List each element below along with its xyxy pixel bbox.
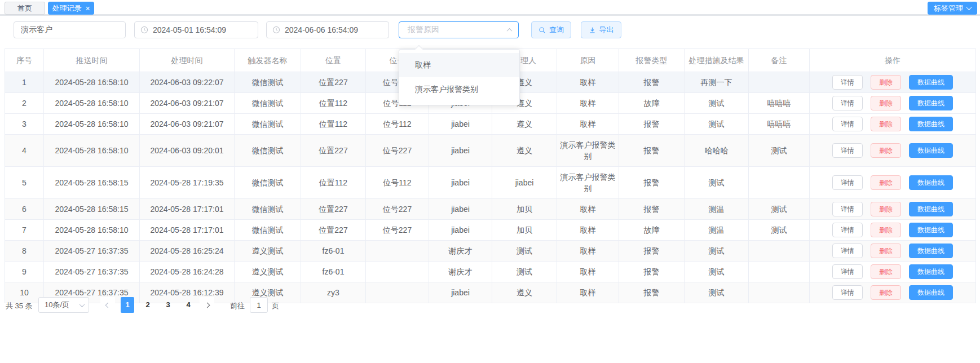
cell-location: 位置227 xyxy=(301,220,366,241)
cell-alarm-type: 报警 xyxy=(619,114,685,135)
delete-button[interactable]: 删除 xyxy=(871,75,901,90)
cell-location: 位置227 xyxy=(301,135,366,167)
cell-tag-no: 位号227 xyxy=(366,135,429,167)
cell-measure: 测温 xyxy=(685,199,749,220)
cell-alarm-type: 报警 xyxy=(619,241,685,262)
prev-page-button[interactable] xyxy=(100,297,115,313)
close-icon[interactable]: × xyxy=(85,5,90,12)
tag-manage-button[interactable]: 标签管理 xyxy=(928,2,977,15)
cell-reason: 演示客户报警类别 xyxy=(557,167,619,199)
table-row: 62024-05-28 16:58:152024-05-28 17:17:01微… xyxy=(5,199,976,220)
cell-remark: 嘻嘻嘻 xyxy=(749,114,810,135)
page-number-4[interactable]: 4 xyxy=(182,297,195,313)
processing-records-page: 首页 处理记录 × 标签管理 2024-05-01 16:54:09 2024-… xyxy=(0,0,980,363)
page-size-select[interactable]: 10条/页 xyxy=(38,297,89,313)
cell-handle-time: 2024-05-28 16:24:28 xyxy=(140,262,235,282)
delete-button[interactable]: 删除 xyxy=(871,143,901,158)
column-header-actions: 操作 xyxy=(810,49,976,72)
cell-tag-no: 位号112 xyxy=(366,114,429,135)
dropdown-option[interactable]: 取样 xyxy=(399,53,519,77)
cell-remark: 测试 xyxy=(749,135,810,167)
cell-actions: 详情删除数据曲线 xyxy=(810,135,976,167)
end-date-picker[interactable]: 2024-06-06 16:54:09 xyxy=(266,21,389,38)
alarm-reason-placeholder: 报警原因 xyxy=(408,25,507,35)
detail-button[interactable]: 详情 xyxy=(832,202,863,216)
alarm-reason-select[interactable]: 报警原因 xyxy=(399,21,519,38)
cell-location: 位置112 xyxy=(301,114,366,135)
tag-manage-label: 标签管理 xyxy=(934,3,963,14)
cell-handler: jiabei xyxy=(492,167,557,199)
cell-push-time: 2024-05-28 16:58:10 xyxy=(44,72,140,93)
goto-page-input[interactable] xyxy=(250,297,268,313)
data-curve-button[interactable]: 数据曲线 xyxy=(909,75,953,90)
delete-button[interactable]: 删除 xyxy=(871,264,901,279)
export-button[interactable]: 导出 xyxy=(581,21,621,38)
pagination-bar: 共 35 条 10条/页 1234 前往 页 xyxy=(0,296,980,315)
detail-button[interactable]: 详情 xyxy=(832,223,863,237)
cell-index: 5 xyxy=(5,167,44,199)
cell-alarm-type: 报警 xyxy=(619,72,685,93)
data-curve-button[interactable]: 数据曲线 xyxy=(909,117,953,131)
dropdown-option[interactable]: 演示客户报警类别 xyxy=(399,77,519,101)
cell-remark: 嘻嘻嘻 xyxy=(749,93,810,114)
page-number-1[interactable]: 1 xyxy=(121,297,134,313)
search-icon xyxy=(538,26,546,34)
table-row: 52024-05-28 16:58:152024-05-28 17:19:35微… xyxy=(5,167,976,199)
cell-tag-no xyxy=(366,241,429,262)
table-row: 72024-05-28 16:58:102024-05-28 17:17:01微… xyxy=(5,220,976,241)
query-button[interactable]: 查询 xyxy=(531,21,571,38)
cell-trigger-name: 微信测试 xyxy=(235,114,301,135)
detail-button[interactable]: 详情 xyxy=(832,175,863,190)
data-curve-button[interactable]: 数据曲线 xyxy=(909,244,953,258)
delete-button[interactable]: 删除 xyxy=(871,223,901,237)
cell-remark xyxy=(749,241,810,262)
data-curve-button[interactable]: 数据曲线 xyxy=(909,96,953,110)
delete-button[interactable]: 删除 xyxy=(871,175,901,190)
cell-push-time: 2024-05-28 16:58:15 xyxy=(44,167,140,199)
goto-label: 前往 xyxy=(230,301,245,311)
detail-button[interactable]: 详情 xyxy=(832,96,863,110)
cell-reason: 取样 xyxy=(557,241,619,262)
page-number-2[interactable]: 2 xyxy=(141,297,154,313)
data-curve-button[interactable]: 数据曲线 xyxy=(909,223,953,237)
detail-button[interactable]: 详情 xyxy=(832,264,863,279)
cell-remark xyxy=(749,72,810,93)
cell-push-time: 2024-05-27 16:37:35 xyxy=(44,241,140,262)
cell-trigger-name: 微信测试 xyxy=(235,220,301,241)
detail-button[interactable]: 详情 xyxy=(832,244,863,258)
detail-button[interactable]: 详情 xyxy=(832,117,863,131)
cell-remark: 测试 xyxy=(749,199,810,220)
cell-handle-time: 2024-05-28 17:17:01 xyxy=(140,199,235,220)
page-number-3[interactable]: 3 xyxy=(161,297,175,313)
cell-reporter: 谢庆才 xyxy=(429,262,492,282)
cell-handle-time: 2024-05-28 16:25:24 xyxy=(140,241,235,262)
data-curve-button[interactable]: 数据曲线 xyxy=(909,143,953,158)
detail-button[interactable]: 详情 xyxy=(832,75,863,90)
cell-handler: 测试 xyxy=(492,262,557,282)
delete-button[interactable]: 删除 xyxy=(871,117,901,131)
cell-tag-no: 位号112 xyxy=(366,167,429,199)
table-row: 92024-05-27 16:37:352024-05-28 16:24:28遵… xyxy=(5,262,976,282)
data-curve-button[interactable]: 数据曲线 xyxy=(909,175,953,190)
cell-push-time: 2024-05-28 16:58:15 xyxy=(44,199,140,220)
delete-button[interactable]: 删除 xyxy=(871,96,901,110)
delete-button[interactable]: 删除 xyxy=(871,244,901,258)
cell-tag-no: 位号227 xyxy=(366,199,429,220)
chevron-up-icon xyxy=(507,28,513,33)
data-curve-button[interactable]: 数据曲线 xyxy=(909,202,953,216)
table-row: 42024-05-28 16:58:102024-06-03 09:20:01微… xyxy=(5,135,976,167)
tab-home[interactable]: 首页 xyxy=(5,2,45,15)
data-curve-button[interactable]: 数据曲线 xyxy=(909,264,953,279)
detail-button[interactable]: 详情 xyxy=(832,143,863,158)
tab-processing-records[interactable]: 处理记录 × xyxy=(48,2,94,15)
cell-measure: 哈哈哈 xyxy=(685,135,749,167)
next-page-button[interactable] xyxy=(200,297,214,313)
customer-input[interactable] xyxy=(14,21,126,38)
cell-alarm-type: 故障 xyxy=(619,220,685,241)
chevron-right-icon xyxy=(204,302,210,308)
delete-button[interactable]: 删除 xyxy=(871,202,901,216)
cell-reporter: jiabei xyxy=(429,220,492,241)
start-date-picker[interactable]: 2024-05-01 16:54:09 xyxy=(134,21,258,38)
cell-index: 8 xyxy=(5,241,44,262)
cell-handle-time: 2024-06-03 09:20:01 xyxy=(140,135,235,167)
